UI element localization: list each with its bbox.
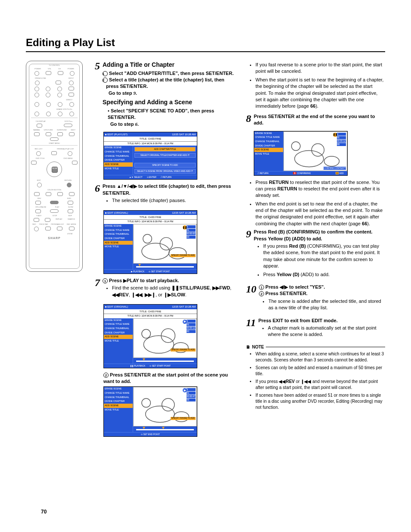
step-number: 6 [95,183,100,193]
step11-bullet: A chapter mark is automatically set at t… [268,325,385,338]
screen-set-end: ERASE SCENECHANGE TITLE NAMECHANGE THUMB… [103,386,197,437]
screen-original-pause: ■ EDIT (ORIGINAL)12/25 SAT 10:28 AM TITL… [103,210,197,274]
intro-bullet-1: If you fast reverse to a scene prior to … [255,62,385,75]
step-number: 10 [246,284,256,294]
intro-bullet-2: When the start point is set to near the … [255,77,385,110]
step-number: 9 [246,229,251,239]
note-bullet-3: If you press ◀◀REV or ❙◀◀ and reverse be… [255,379,385,391]
screen-playlist-add: ■ EDIT (PLAYLIST)12/25 SAT 10:28 AM TITL… [103,132,197,180]
note-label: NOTE [252,344,264,350]
screen-original-play: ■ EDIT (ORIGINAL)12/25 SAT 10:28 AM TITL… [103,304,197,368]
note-bullet-2: Scenes can only be added and erased a ma… [255,365,385,377]
page-title: Editing a Play List [26,37,385,52]
step-number: 7 [95,277,100,288]
step6-bullet: The selected title (chapter) pauses. [112,197,234,204]
step7-bullet: Find the scene to add using ❚❚STILL/PAUS… [112,285,234,298]
remote-control-illustration: TV CONTROL POWER VOL CH POWER OPEN/CLOSE… [26,61,83,272]
step9-bullet-1: If you press Red (B) (CONFIRMING), you c… [263,243,385,270]
note-bullet-4: If scenes have been added or erased 51 o… [255,392,385,411]
note-bullet-1: When adding a scene, select a scene whic… [255,351,385,363]
step5-heading2: Specifying and Adding a Scene [103,98,234,107]
note-icon: 🗎 [246,344,250,350]
step8-bullet-1: Press RETURN to reselect the start point… [255,179,385,199]
page-number: 70 [41,509,47,515]
step-number: 11 [246,317,256,328]
step9-bullet-2: Press Yellow (D) (ADD) to add. [263,271,385,278]
substep-2: 2 [103,78,108,83]
step-number: 5 [95,61,100,71]
step-number: 8 [246,113,251,124]
step8-bullet-2: When the end point is set to near the en… [255,201,385,227]
screen-confirm: ERASE SCENECHANGE TITLE NAMECHANGE THUMB… [254,131,348,176]
step5-heading: Adding a Title or Chapter [103,61,234,69]
substep-1: 1 [103,71,108,76]
step10-bullet: The scene is added after the selected ti… [268,298,385,311]
